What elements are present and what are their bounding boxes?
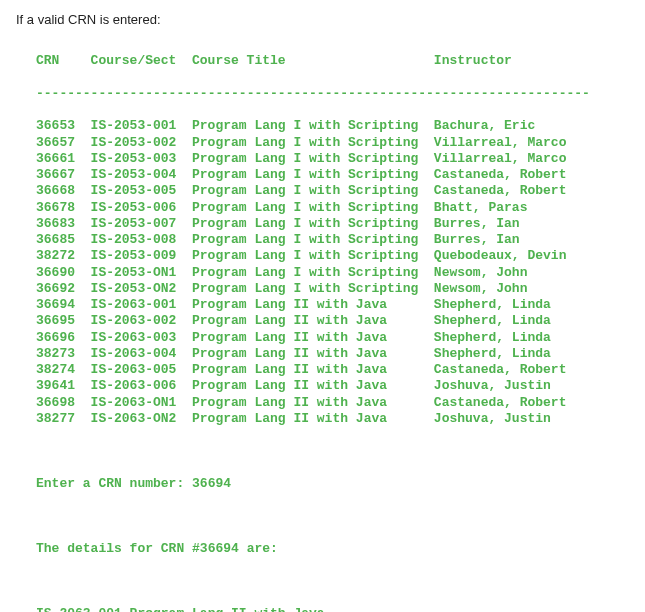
- cell-inst: Joshuva, Justin: [434, 411, 590, 427]
- cell-sect: IS-2063-002: [91, 313, 192, 329]
- enter-crn-prompt: Enter a CRN number: 36694: [36, 476, 629, 492]
- table-row: 36696IS-2063-003Program Lang II with Jav…: [36, 330, 629, 346]
- cell-title: Program Lang II with Java: [192, 395, 434, 411]
- table-row: 36678IS-2053-006Program Lang I with Scri…: [36, 200, 629, 216]
- cell-sect: IS-2063-005: [91, 362, 192, 378]
- table-row: 36668IS-2053-005Program Lang I with Scri…: [36, 183, 629, 199]
- cell-sect: IS-2063-ON2: [91, 411, 192, 427]
- cell-crn: 36694: [36, 297, 91, 313]
- table-header: CRNCourse/SectCourse TitleInstructor: [36, 53, 629, 69]
- cell-crn: 36685: [36, 232, 91, 248]
- cell-title: Program Lang II with Java: [192, 330, 434, 346]
- table-row: 36683IS-2053-007Program Lang I with Scri…: [36, 216, 629, 232]
- cell-title: Program Lang I with Scripting: [192, 135, 434, 151]
- cell-crn: 39641: [36, 378, 91, 394]
- cell-sect: IS-2063-ON1: [91, 395, 192, 411]
- cell-inst: Burres, Ian: [434, 232, 590, 248]
- cell-title: Program Lang I with Scripting: [192, 151, 434, 167]
- table-row: 38274IS-2063-005Program Lang II with Jav…: [36, 362, 629, 378]
- cell-sect: IS-2053-004: [91, 167, 192, 183]
- cell-sect: IS-2053-ON2: [91, 281, 192, 297]
- table-row: 36694IS-2063-001Program Lang II with Jav…: [36, 297, 629, 313]
- cell-inst: Newsom, John: [434, 265, 590, 281]
- cell-title: Program Lang I with Scripting: [192, 281, 434, 297]
- table-row: 36690IS-2053-ON1Program Lang I with Scri…: [36, 265, 629, 281]
- cell-inst: Shepherd, Linda: [434, 346, 590, 362]
- cell-crn: 38277: [36, 411, 91, 427]
- table-row: 36667IS-2053-004Program Lang I with Scri…: [36, 167, 629, 183]
- table-row: 38277IS-2063-ON2Program Lang II with Jav…: [36, 411, 629, 427]
- cell-inst: Castaneda, Robert: [434, 167, 590, 183]
- cell-sect: IS-2063-006: [91, 378, 192, 394]
- cell-crn: 36668: [36, 183, 91, 199]
- cell-crn: 36661: [36, 151, 91, 167]
- hdr-sect: Course/Sect: [91, 53, 192, 69]
- divider: ----------------------------------------…: [36, 86, 629, 102]
- cell-inst: Shepherd, Linda: [434, 313, 590, 329]
- cell-sect: IS-2053-007: [91, 216, 192, 232]
- cell-inst: Shepherd, Linda: [434, 297, 590, 313]
- cell-crn: 36678: [36, 200, 91, 216]
- cell-title: Program Lang II with Java: [192, 362, 434, 378]
- hdr-crn: CRN: [36, 53, 91, 69]
- cell-sect: IS-2063-003: [91, 330, 192, 346]
- cell-sect: IS-2063-001: [91, 297, 192, 313]
- table-row: 39641IS-2063-006Program Lang II with Jav…: [36, 378, 629, 394]
- cell-title: Program Lang I with Scripting: [192, 183, 434, 199]
- cell-inst: Newsom, John: [434, 281, 590, 297]
- cell-title: Program Lang I with Scripting: [192, 167, 434, 183]
- cell-inst: Shepherd, Linda: [434, 330, 590, 346]
- cell-sect: IS-2053-003: [91, 151, 192, 167]
- hdr-inst: Instructor: [434, 53, 590, 69]
- cell-inst: Castaneda, Robert: [434, 395, 590, 411]
- cell-crn: 38273: [36, 346, 91, 362]
- cell-title: Program Lang I with Scripting: [192, 200, 434, 216]
- cell-inst: Castaneda, Robert: [434, 362, 590, 378]
- cell-crn: 36696: [36, 330, 91, 346]
- cell-crn: 36695: [36, 313, 91, 329]
- cell-crn: 36667: [36, 167, 91, 183]
- table-row: 36695IS-2063-002Program Lang II with Jav…: [36, 313, 629, 329]
- cell-inst: Villarreal, Marco: [434, 135, 590, 151]
- cell-sect: IS-2053-009: [91, 248, 192, 264]
- cell-sect: IS-2053-ON1: [91, 265, 192, 281]
- table-row: 36698IS-2063-ON1Program Lang II with Jav…: [36, 395, 629, 411]
- cell-crn: 36657: [36, 135, 91, 151]
- cell-title: Program Lang II with Java: [192, 411, 434, 427]
- table-row: 38273IS-2063-004Program Lang II with Jav…: [36, 346, 629, 362]
- cell-sect: IS-2063-004: [91, 346, 192, 362]
- table-row: 36661IS-2053-003Program Lang I with Scri…: [36, 151, 629, 167]
- cell-inst: Quebodeaux, Devin: [434, 248, 590, 264]
- cell-title: Program Lang I with Scripting: [192, 232, 434, 248]
- cell-sect: IS-2053-008: [91, 232, 192, 248]
- cell-inst: Castaneda, Robert: [434, 183, 590, 199]
- cell-inst: Villarreal, Marco: [434, 151, 590, 167]
- cell-title: Program Lang I with Scripting: [192, 216, 434, 232]
- cell-sect: IS-2053-006: [91, 200, 192, 216]
- cell-sect: IS-2053-002: [91, 135, 192, 151]
- cell-title: Program Lang II with Java: [192, 346, 434, 362]
- cell-title: Program Lang I with Scripting: [192, 248, 434, 264]
- cell-inst: Bachura, Eric: [434, 118, 590, 134]
- cell-inst: Bhatt, Paras: [434, 200, 590, 216]
- table-row: 36653IS-2053-001Program Lang I with Scri…: [36, 118, 629, 134]
- cell-crn: 36698: [36, 395, 91, 411]
- cell-crn: 36683: [36, 216, 91, 232]
- terminal-output: CRNCourse/SectCourse TitleInstructor ---…: [16, 37, 629, 612]
- table-row: 36692IS-2053-ON2Program Lang I with Scri…: [36, 281, 629, 297]
- detail-header: The details for CRN #36694 are:: [36, 541, 629, 557]
- cell-crn: 36692: [36, 281, 91, 297]
- cell-title: Program Lang II with Java: [192, 297, 434, 313]
- cell-crn: 38272: [36, 248, 91, 264]
- table-row: 38272IS-2053-009Program Lang I with Scri…: [36, 248, 629, 264]
- cell-sect: IS-2053-001: [91, 118, 192, 134]
- cell-crn: 38274: [36, 362, 91, 378]
- cell-crn: 36690: [36, 265, 91, 281]
- cell-sect: IS-2053-005: [91, 183, 192, 199]
- cell-inst: Burres, Ian: [434, 216, 590, 232]
- table-row: 36657IS-2053-002Program Lang I with Scri…: [36, 135, 629, 151]
- cell-title: Program Lang I with Scripting: [192, 265, 434, 281]
- cell-title: Program Lang I with Scripting: [192, 118, 434, 134]
- cell-title: Program Lang II with Java: [192, 313, 434, 329]
- table-row: 36685IS-2053-008Program Lang I with Scri…: [36, 232, 629, 248]
